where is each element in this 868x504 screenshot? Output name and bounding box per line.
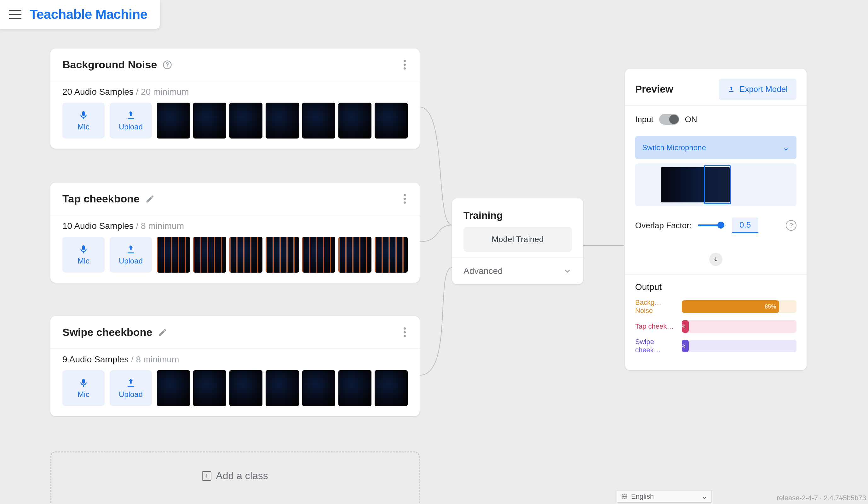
overlap-label: Overlap Factor:: [635, 221, 692, 230]
spectrogram-thumb[interactable]: [302, 370, 335, 406]
chevron-down-icon: ⌄: [702, 492, 707, 501]
spectrogram-thumb[interactable]: [157, 237, 190, 273]
mic-icon: [78, 244, 89, 255]
training-title: Training: [464, 210, 572, 221]
preview-title: Preview: [635, 83, 673, 95]
sample-thumbnails: [157, 237, 408, 273]
appbar: Teachable Machine: [0, 0, 160, 29]
training-card: Training Model Trained Advanced: [452, 198, 583, 284]
class-card-2: Swipe cheekbone 9 Audio Samples / 8 mini…: [50, 316, 420, 416]
kebab-icon[interactable]: [402, 192, 408, 206]
spectrogram-thumb[interactable]: [157, 370, 190, 406]
input-label: Input: [635, 115, 653, 124]
svg-point-1: [167, 66, 168, 67]
spectrogram-thumb[interactable]: [302, 237, 335, 273]
toggle-state: ON: [685, 115, 697, 124]
upload-button[interactable]: Upload: [110, 103, 152, 138]
class-title[interactable]: Tap cheekbone: [62, 193, 140, 205]
spectrogram-thumb[interactable]: [266, 237, 299, 273]
overlap-slider[interactable]: [698, 224, 726, 226]
sample-count: 9 Audio Samples / 8 minimum: [62, 355, 408, 365]
mic-button[interactable]: Mic: [62, 103, 105, 138]
chevron-down-icon: ⌄: [782, 142, 789, 153]
spectrogram-thumb[interactable]: [375, 237, 408, 273]
spectrogram-thumb[interactable]: [229, 103, 262, 138]
upload-button[interactable]: Upload: [110, 370, 152, 406]
mic-button[interactable]: Mic: [62, 370, 105, 406]
hamburger-icon[interactable]: [9, 10, 21, 19]
spectrogram-thumb[interactable]: [338, 370, 371, 406]
chevron-down-icon: [563, 267, 572, 275]
sample-thumbnails: [157, 103, 408, 138]
output-row-2: Swipe cheek… %: [635, 338, 796, 355]
export-icon: [727, 86, 735, 93]
class-card-0: Background Noise 20 Audio Samples / 20 m…: [50, 49, 420, 149]
spectrogram-thumb[interactable]: [338, 103, 371, 138]
preview-card: Preview Export Model Input ON Switch Mic…: [625, 69, 807, 370]
mic-icon: [78, 110, 89, 120]
export-button[interactable]: Export Model: [719, 79, 796, 100]
overlap-value[interactable]: 0.5: [732, 218, 758, 233]
globe-icon: [621, 493, 628, 500]
sample-count: 20 Audio Samples / 20 minimum: [62, 87, 408, 97]
spectrogram-thumb[interactable]: [157, 103, 190, 138]
kebab-icon[interactable]: [402, 326, 408, 339]
mic-button[interactable]: Mic: [62, 237, 105, 273]
pencil-icon[interactable]: [145, 194, 155, 204]
kebab-icon[interactable]: [402, 58, 408, 72]
mic-icon: [78, 377, 89, 388]
help-icon[interactable]: [163, 60, 172, 70]
sample-thumbnails: [157, 370, 408, 406]
upload-icon: [125, 377, 136, 388]
spectrogram-thumb[interactable]: [229, 370, 262, 406]
advanced-toggle[interactable]: Advanced: [452, 258, 583, 284]
input-toggle[interactable]: [659, 114, 679, 125]
train-status[interactable]: Model Trained: [464, 227, 572, 252]
upload-icon: [125, 110, 136, 120]
spectrogram-thumb[interactable]: [229, 237, 262, 273]
upload-icon: [125, 244, 136, 255]
plus-icon: +: [202, 471, 211, 481]
scroll-down-icon[interactable]: [709, 253, 722, 266]
spectrogram-thumb[interactable]: [375, 370, 408, 406]
class-title[interactable]: Swipe cheekbone: [62, 326, 152, 338]
spectrogram-thumb[interactable]: [338, 237, 371, 273]
pencil-icon[interactable]: [158, 328, 167, 337]
output-row-0: Backg… Noise 85%: [635, 298, 796, 315]
class-card-1: Tap cheekbone 10 Audio Samples / 8 minim…: [50, 182, 420, 283]
output-title: Output: [635, 282, 796, 292]
language-select[interactable]: English ⌄: [617, 490, 711, 503]
version-text: release-2-4-7 · 2.4.7#5b5b73: [777, 494, 866, 502]
help-icon[interactable]: ?: [786, 220, 796, 231]
spectrogram-thumb[interactable]: [193, 237, 226, 273]
live-window-marker[interactable]: [704, 165, 731, 204]
add-class-label: Add a class: [216, 470, 268, 482]
live-spectrogram: [635, 164, 796, 206]
spectrogram-thumb[interactable]: [266, 103, 299, 138]
sample-count: 10 Audio Samples / 8 minimum: [62, 221, 408, 231]
spectrogram-thumb[interactable]: [193, 103, 226, 138]
mic-select[interactable]: Switch Microphone ⌄: [635, 136, 796, 159]
upload-button[interactable]: Upload: [110, 237, 152, 273]
spectrogram-thumb[interactable]: [375, 103, 408, 138]
add-class-button[interactable]: + Add a class: [50, 451, 420, 504]
spectrogram-thumb[interactable]: [302, 103, 335, 138]
spectrogram-thumb[interactable]: [266, 370, 299, 406]
app-title: Teachable Machine: [30, 7, 147, 22]
class-title[interactable]: Background Noise: [62, 59, 157, 71]
output-row-1: Tap cheek… %: [635, 320, 796, 333]
spectrogram-thumb[interactable]: [193, 370, 226, 406]
